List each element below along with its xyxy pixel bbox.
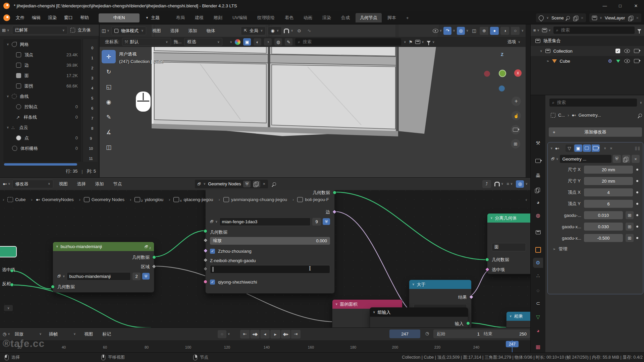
collections-visibility-dropdown[interactable]: ∨ <box>415 40 424 44</box>
menu-object[interactable]: 物体 <box>203 28 219 34</box>
menu-marker[interactable]: 标记 <box>99 331 115 337</box>
xray-toggle[interactable]: ◫ <box>470 27 478 35</box>
menu-help[interactable]: 帮助 <box>76 15 93 21</box>
menu-file[interactable]: 文件 <box>12 15 28 21</box>
breadcrumb-object[interactable]: C... <box>558 113 565 118</box>
axis-neg-x-handle[interactable] <box>484 71 490 77</box>
collection-row[interactable]: ∨ Collection ✓ <box>531 46 644 56</box>
domain-dropdown[interactable]: 面 <box>492 243 526 251</box>
tab-compositing[interactable]: 合成 <box>337 13 354 22</box>
tree-group-mesh[interactable]: ∨网格 <box>3 39 81 50</box>
crumb-tree[interactable]: Geometry Nodes <box>84 197 131 202</box>
pin-icon[interactable] <box>272 181 277 186</box>
close-button[interactable]: ✕ <box>628 0 644 11</box>
attribute-toggle-icon[interactable]: ⊞ <box>626 223 634 231</box>
tab-material[interactable]: ◕ <box>533 325 543 336</box>
tab-shading[interactable]: 着色 <box>280 13 298 22</box>
snap-dropdown[interactable]: ∨ <box>494 182 503 186</box>
socket-qiyong-in[interactable] <box>204 280 207 284</box>
remove-layer-icon[interactable]: × <box>636 15 639 20</box>
overlays-dropdown[interactable]: ◎∨ <box>457 27 469 35</box>
material-color-icon[interactable] <box>235 39 240 45</box>
socket-input-out[interactable] <box>466 321 470 325</box>
blender-menu-logo-icon[interactable] <box>3 14 10 21</box>
proportional-editing-toggle[interactable]: ⊙ <box>295 27 303 35</box>
measure-tool-button[interactable]: ∡ <box>102 125 116 139</box>
new-layer-icon[interactable] <box>630 16 633 20</box>
zoom-button[interactable]: + <box>512 97 521 106</box>
properties-search-field[interactable]: ⌕ 搜索 <box>549 99 637 107</box>
pin-icon[interactable] <box>638 113 643 117</box>
editor-type-button[interactable]: ●∘∨ <box>3 181 10 186</box>
shading-solid-button[interactable]: ● <box>490 27 499 35</box>
node-tree-type-dropdown[interactable]: 修改器∨ <box>12 180 53 188</box>
transform-tool-button[interactable]: ◉ <box>102 95 116 109</box>
mode-sphere-icon[interactable]: ◐ <box>254 38 261 46</box>
tab-tool[interactable]: ⚒ <box>533 138 543 148</box>
collection-checkbox[interactable]: ✓ <box>615 49 620 53</box>
drag-orientation-dropdown[interactable]: ⤱默认∨ <box>122 38 171 46</box>
render-visibility-icon[interactable] <box>634 59 639 63</box>
editor-type-button[interactable]: ◷∨ <box>3 331 10 337</box>
options-dropdown[interactable]: 选项∨ <box>507 39 520 45</box>
toggle-render-icon[interactable] <box>592 144 600 152</box>
menu-add[interactable]: 添加 <box>92 181 108 187</box>
fake-user-shield-icon[interactable]: ⛨ <box>613 155 621 163</box>
play-button[interactable]: ▸ <box>270 330 280 339</box>
snap-dropdown[interactable]: ∨ <box>284 28 293 33</box>
viewport-search-field[interactable]: ⌕ 搜索 <box>295 38 401 46</box>
animate-dot[interactable] <box>636 214 638 216</box>
tree-item-volume-grids[interactable]: 体积栅格0 <box>3 143 81 154</box>
attribute-toggle-icon[interactable]: ⊞ <box>626 234 634 242</box>
node-tree-icon[interactable]: 🗗 <box>210 220 214 224</box>
group-name-field[interactable]: mian-fenge-1dao3 <box>219 218 311 226</box>
overlays-dropdown[interactable]: ◎∨ <box>516 180 528 188</box>
node-separate-geometry[interactable]: ∨ 分离几何体 面 几何数据 选中项 <box>487 213 530 274</box>
next-keyframe-button[interactable]: ◆▸ <box>281 330 290 339</box>
tab-collection[interactable] <box>533 227 543 237</box>
crumb-group-1[interactable]: 2yidonglou <box>135 196 170 202</box>
pivot-point-dropdown[interactable]: ◉∨ <box>268 26 282 35</box>
breadcrumb-modifier[interactable]: Geometry... <box>579 113 601 118</box>
fake-user-shield-icon[interactable]: ⛨ <box>243 181 251 187</box>
crumb-object[interactable]: Cube <box>7 197 32 202</box>
shading-wireframe-button[interactable]: ⊕ <box>480 27 488 35</box>
fake-user-shield-icon[interactable]: ⛨ <box>323 218 330 225</box>
tab-sculpting[interactable]: 雕刻 <box>209 13 227 22</box>
remove-modifier-icon[interactable]: × <box>610 146 612 151</box>
prev-frame-button[interactable]: ◂ <box>260 330 270 339</box>
mode-globe-icon[interactable]: ◍ <box>274 38 282 46</box>
node-tree-icon[interactable]: 🗗 <box>551 157 555 161</box>
menu-node[interactable]: 节点 <box>110 181 126 187</box>
tab-texture-paint[interactable]: 纹理喷绘 <box>253 13 279 22</box>
node-group-input[interactable]: ∨ 组输入 输入 <box>370 307 468 327</box>
mode-select-icon[interactable]: ▣ <box>243 38 251 46</box>
object-row-cube[interactable]: ∨ Cube ⚙ <box>531 56 644 66</box>
tab-animation[interactable]: 动画 <box>299 13 317 22</box>
tab-scripting[interactable]: 脚本 <box>383 13 400 22</box>
modifier-header[interactable]: ∨ ●∘ ▽ ▣ 🖵 ∨ × ⣿⣿ <box>548 142 643 154</box>
language-toggle-button[interactable]: 中/EN <box>99 13 140 22</box>
tab-render[interactable] <box>533 156 543 166</box>
move-tool-button[interactable]: ✛ <box>102 50 116 63</box>
size-y-field[interactable]: 20 mm <box>584 177 633 185</box>
filter-icon[interactable] <box>637 29 641 32</box>
animate-dot[interactable] <box>636 203 638 205</box>
view-layer-selector[interactable]: ∨ ViewLayer × <box>589 13 641 22</box>
camera-view-button[interactable] <box>511 125 520 134</box>
add-modifier-button[interactable]: + 添加修改器 <box>549 127 642 137</box>
grid-dropdown[interactable]: ⌗∨ <box>506 181 513 187</box>
add-cube-tool-button[interactable]: ◫ <box>102 140 116 154</box>
keying-dropdown[interactable]: 插帧∨ <box>46 330 78 338</box>
mode-brush-icon[interactable]: ✎ <box>285 38 292 46</box>
socket-geometry-in[interactable] <box>485 258 489 261</box>
socket-selection[interactable] <box>10 269 14 273</box>
display-mode-dropdown[interactable]: ∨ <box>542 28 551 32</box>
socket-geometry-in[interactable] <box>204 229 207 233</box>
frame-start-field[interactable]: 起始1 <box>433 329 483 338</box>
menu-view[interactable]: 视图 <box>148 28 164 34</box>
menu-select[interactable]: 选择 <box>73 181 90 187</box>
filter-dropdown[interactable]: ∨ <box>427 41 435 44</box>
minimize-button[interactable]: — <box>597 0 612 11</box>
tree-item-points[interactable]: 点0 <box>3 133 81 143</box>
